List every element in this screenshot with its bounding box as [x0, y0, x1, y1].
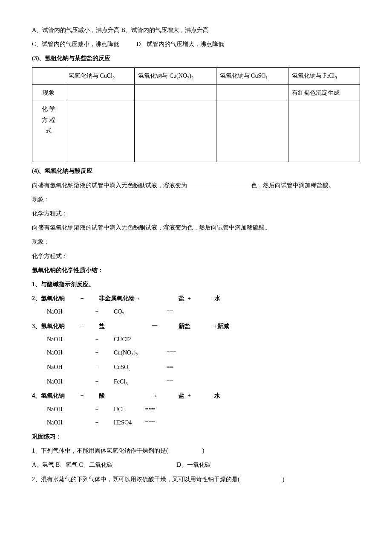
option-d: D、试管内的气压增大，沸点降低 — [136, 41, 224, 47]
section4-phenomenon1: 现象： — [32, 194, 360, 205]
table-row2-label: 化 学 方 程 式 — [32, 101, 65, 162]
option-a: A、试管内的气压减小，沸点升高 — [32, 27, 120, 33]
summary-item3-eq4: NaOH + FeCl3 == — [32, 376, 360, 388]
summary-item1: 1、与酸碱指示剂反应。 — [32, 279, 360, 290]
table-cell — [65, 85, 135, 101]
summary-item3-eq3: NaOH + CuSOt == — [32, 362, 360, 374]
q1-option-c: C、二氧化碳 — [79, 462, 112, 468]
blank-field[interactable] — [187, 181, 251, 187]
summary-item4-header: 4、氢氧化钠 + 酸 → 盐 + 水 — [32, 390, 360, 401]
practice-q2: 2、混有水蒸气的下列气体中，既可以用浓硫酸干燥，又可以用苛性钠干燥的是() — [32, 474, 360, 485]
table-corner — [32, 67, 65, 85]
summary-title: 氢氧化钠的化学性质小结： — [32, 265, 360, 276]
section4-equation2: 化学方程式： — [32, 251, 360, 262]
option-line-cd: C、试管内的气压减小，沸点降低D、试管内的气压增大，沸点降低 — [32, 39, 360, 49]
section4-title: (4)、氢氧化钠与酸反应 — [32, 166, 360, 176]
table-cell — [216, 85, 288, 101]
option-line-ab: A、试管内的气压减小，沸点升高 B、试管内的气压增大，沸点升高 — [32, 25, 360, 35]
table-header-2: 氢氧化钠与 Cu(NO3)2 — [135, 67, 216, 85]
q1-option-b: B、氧气 — [56, 462, 78, 468]
practice-q1: 1、下列气体中，不能用固体氢氧化钠作干燥剂的是() — [32, 445, 360, 456]
summary-item3-header: 3、氢氧化钠 + 盐 一 新盐 +新减 — [32, 321, 360, 331]
summary-item4-eq1: NaOH + HCl === — [32, 404, 360, 415]
q1-option-d: D、一氧化碳 — [177, 462, 211, 468]
option-b: B、试管内的气压增大，沸点升高 — [121, 27, 209, 33]
summary-item2-header: 2、氢氧化钠 + 非金属氧化物→ 盐 + 水 — [32, 293, 360, 304]
table-cell — [135, 101, 216, 162]
table-header-3: 氢氧化钠与 CuSO1 — [216, 67, 288, 85]
summary-item2-eq: NaOH + CO2 == — [32, 306, 360, 318]
q1-option-a: A、氢气 — [32, 462, 54, 468]
section4-equation1: 化学方程式： — [32, 208, 360, 219]
table-header-1: 氢氧化钠与 CuCl2 — [65, 67, 135, 85]
table-cell-fecl3: 有红褐色沉淀生成 — [288, 85, 360, 101]
summary-item4-eq2: NaOH + H2SO4 === — [32, 417, 360, 428]
section4-phenomenon2: 现象： — [32, 236, 360, 247]
table-header-4: 氢氧化钠与 FeCl3 — [288, 67, 360, 85]
option-c: C、试管内的气压减小，沸点降低 — [32, 41, 119, 47]
section4-line1: 向盛有氢氧化钠溶液的试管中滴入无色酚酞试液，溶液变为色，然后向试管中滴加稀盐酸。 — [32, 180, 360, 191]
table-row1-label: 现象 — [32, 85, 65, 101]
table-cell — [216, 101, 288, 162]
summary-item3-eq1: NaOH + CUCI2 — [32, 334, 360, 345]
practice-title: 巩固练习： — [32, 431, 360, 442]
table-cell — [65, 101, 135, 162]
section3-title: (3)、氢狙化钠与某些盐的反应 — [32, 53, 360, 64]
reaction-table: 氢氧化钠与 CuCl2 氢氧化钠与 Cu(NO3)2 氢氧化钠与 CuSO1 氢… — [32, 67, 360, 163]
practice-q1-options: A、氢气 B、氧气 C、二氧化碳D、一氧化碳 — [32, 459, 360, 470]
table-cell — [135, 85, 216, 101]
section4-line4: 向盛有氢氧化钠溶液的试管中滴入无色酚酮试液，溶液变为色，然后向试管中滴加稀硫酸。 — [32, 222, 360, 233]
summary-item3-eq2: NaOH + Cu(NO3)2 === — [32, 347, 360, 359]
table-cell — [288, 101, 360, 162]
